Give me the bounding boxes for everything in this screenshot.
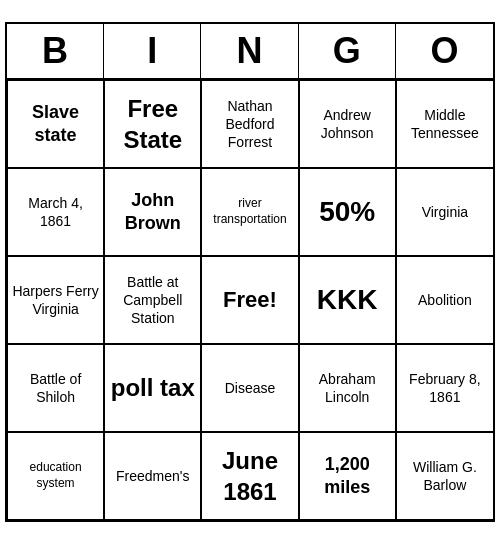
header-letter-n: N xyxy=(201,24,298,78)
header-letter-o: O xyxy=(396,24,493,78)
bingo-cell-17[interactable]: Disease xyxy=(201,344,298,432)
bingo-cell-14[interactable]: Abolition xyxy=(396,256,493,344)
bingo-cell-21[interactable]: Freedmen's xyxy=(104,432,201,520)
bingo-grid: Slave stateFree StateNathan Bedford Forr… xyxy=(7,80,493,520)
bingo-cell-16[interactable]: poll tax xyxy=(104,344,201,432)
bingo-cell-18[interactable]: Abraham Lincoln xyxy=(299,344,396,432)
bingo-cell-4[interactable]: Middle Tennessee xyxy=(396,80,493,168)
bingo-cell-8[interactable]: 50% xyxy=(299,168,396,256)
header-letter-b: B xyxy=(7,24,104,78)
bingo-card: BINGO Slave stateFree StateNathan Bedfor… xyxy=(5,22,495,522)
bingo-cell-20[interactable]: education system xyxy=(7,432,104,520)
bingo-cell-19[interactable]: February 8, 1861 xyxy=(396,344,493,432)
bingo-cell-13[interactable]: KKK xyxy=(299,256,396,344)
bingo-cell-6[interactable]: John Brown xyxy=(104,168,201,256)
bingo-cell-23[interactable]: 1,200 miles xyxy=(299,432,396,520)
bingo-cell-1[interactable]: Free State xyxy=(104,80,201,168)
bingo-cell-3[interactable]: Andrew Johnson xyxy=(299,80,396,168)
bingo-cell-5[interactable]: March 4, 1861 xyxy=(7,168,104,256)
bingo-cell-15[interactable]: Battle of Shiloh xyxy=(7,344,104,432)
bingo-cell-10[interactable]: Harpers Ferry Virginia xyxy=(7,256,104,344)
bingo-cell-22[interactable]: June 1861 xyxy=(201,432,298,520)
bingo-cell-7[interactable]: river transportation xyxy=(201,168,298,256)
bingo-cell-12[interactable]: Free! xyxy=(201,256,298,344)
header-letter-g: G xyxy=(299,24,396,78)
bingo-cell-11[interactable]: Battle at Campbell Station xyxy=(104,256,201,344)
bingo-cell-0[interactable]: Slave state xyxy=(7,80,104,168)
bingo-cell-2[interactable]: Nathan Bedford Forrest xyxy=(201,80,298,168)
bingo-cell-24[interactable]: William G. Barlow xyxy=(396,432,493,520)
header-letter-i: I xyxy=(104,24,201,78)
bingo-header: BINGO xyxy=(7,24,493,80)
bingo-cell-9[interactable]: Virginia xyxy=(396,168,493,256)
